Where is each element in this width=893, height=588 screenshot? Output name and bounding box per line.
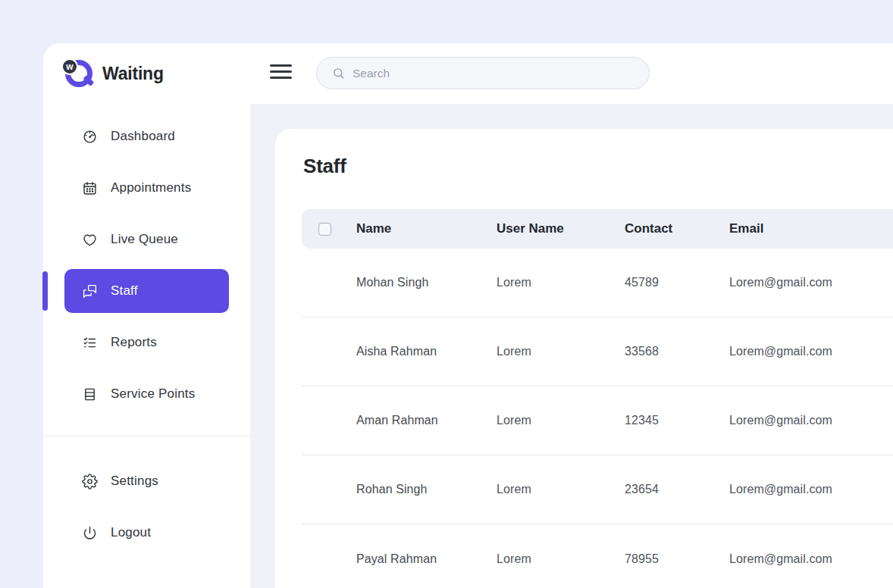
table-row[interactable]: Mohan SinghLorem45789Lorem@gmail.com [302,249,893,317]
cell-contact: 23654 [625,483,729,496]
table-body: Mohan SinghLorem45789Lorem@gmail.comAish… [302,249,893,588]
brand-logo-icon: w [63,57,96,90]
sidebar-item-label: Staff [111,283,138,299]
cell-user-name: Lorem [497,414,625,427]
cell-email: Lorem@gmail.com [729,414,893,427]
sidebar-item-appointments[interactable]: Appointments [64,166,229,210]
chat-bubbles-icon [81,283,98,299]
cell-contact: 33568 [625,345,729,358]
sidebar-item-label: Settings [111,474,158,489]
table-header-row: NameUser NameContactEmail [302,209,893,249]
cell-user-name: Lorem [497,345,625,358]
checklist-icon [81,334,98,351]
search-icon [332,67,345,80]
select-all-checkbox[interactable] [318,223,331,236]
column-header-user-name: User Name [497,221,625,236]
page-title: Staff [303,155,346,178]
brand-logo: w Waiting [63,57,164,90]
search-bar [316,57,650,89]
sidebar-item-label: Service Points [111,386,195,402]
sidebar-item-label: Live Queue [111,232,178,247]
cell-email: Lorem@gmail.com [729,552,893,566]
sidebar-item-dashboard[interactable]: Dashboard [64,114,229,158]
brand-name: Waiting [102,64,164,84]
sidebar-item-service-points[interactable]: Service Points [64,372,229,416]
hamburger-icon [270,64,292,67]
sidebar-footer-nav: SettingsLogout [64,459,229,562]
cell-email: Lorem@gmail.com [729,483,893,496]
cell-name: Rohan Singh [356,483,497,496]
staff-card: Staff NameUser NameContactEmail Mohan Si… [275,129,893,588]
app-screen: w Waiting DashboardAppointmentsLive Queu… [0,0,893,588]
menu-toggle-button[interactable] [270,64,292,79]
cell-user-name: Lorem [497,483,625,496]
column-header-contact: Contact [625,221,729,236]
sidebar-item-label: Dashboard [111,129,175,144]
topbar [250,43,893,104]
column-header-email: Email [729,221,893,236]
search-input[interactable] [352,67,635,80]
cell-contact: 78955 [625,552,729,566]
staff-table: NameUser NameContactEmail Mohan SinghLor… [302,209,893,588]
table-row[interactable]: Aisha RahmanLorem33568Lorem@gmail.com [302,317,893,386]
cell-user-name: Lorem [497,276,625,289]
cell-name: Mohan Singh [356,276,497,289]
sidebar-item-settings[interactable]: Settings [64,459,229,503]
table-row[interactable]: Rohan SinghLorem23654Lorem@gmail.com [302,455,893,524]
cell-user-name: Lorem [497,552,625,566]
sidebar-divider [43,436,250,436]
heart-icon [81,231,98,248]
power-icon [81,524,98,541]
cell-contact: 12345 [625,414,729,427]
table-row[interactable]: Aman RahmanLorem12345Lorem@gmail.com [302,386,893,455]
gauge-icon [81,128,98,145]
logo-letter-badge: w [61,58,78,75]
cell-email: Lorem@gmail.com [729,276,893,289]
sidebar-item-label: Logout [111,525,151,540]
column-header-name: Name [356,221,497,236]
table-row[interactable]: Payal RahmanLorem78955Lorem@gmail.com [302,524,893,588]
cell-name: Aman Rahman [356,414,497,427]
stacked-rows-icon [81,386,98,402]
calendar-icon [81,180,98,196]
sidebar-item-label: Appointments [111,180,191,195]
sidebar-item-reports[interactable]: Reports [64,321,229,364]
sidebar: w Waiting DashboardAppointmentsLive Queu… [43,43,250,588]
cell-name: Aisha Rahman [356,345,497,358]
gear-icon [81,473,98,489]
cell-name: Payal Rahman [356,552,497,566]
sidebar-item-live-queue[interactable]: Live Queue [64,217,229,261]
sidebar-item-logout[interactable]: Logout [64,511,229,555]
sidebar-nav: DashboardAppointmentsLive QueueStaffRepo… [64,114,229,424]
cell-email: Lorem@gmail.com [729,345,893,358]
sidebar-item-label: Reports [111,335,157,350]
cell-contact: 45789 [625,276,729,289]
sidebar-item-staff[interactable]: Staff [64,269,229,313]
